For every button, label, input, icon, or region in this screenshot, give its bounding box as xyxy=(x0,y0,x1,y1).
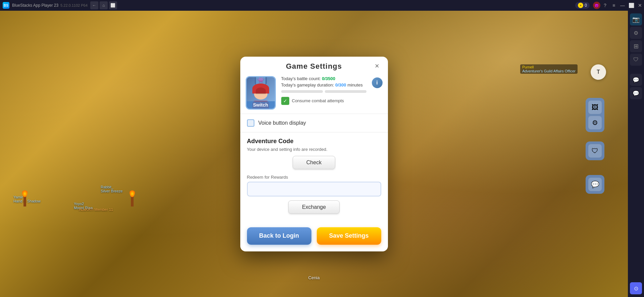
consume-check-icon: ✓ xyxy=(281,97,289,105)
nav-buttons: ← ⌂ ⬜ xyxy=(90,1,117,9)
adventure-title: Adventure Code xyxy=(247,138,381,145)
gameplay-duration-label: Today's gameplay duration: xyxy=(281,82,334,87)
back-nav-button[interactable]: ← xyxy=(90,1,98,9)
modal-footer: Back to Login Save Settings xyxy=(240,222,388,245)
consume-row: ✓ Consume combat attempts xyxy=(281,97,366,105)
exchange-button[interactable]: Exchange xyxy=(288,200,340,214)
coin-count: 0 xyxy=(585,3,587,8)
sidebar-shield-icon[interactable]: 🛡 xyxy=(630,54,642,66)
right-sidebar: 📷 ⚙ ⊞ 🛡 💬 💬 ⊙ xyxy=(628,11,644,297)
gameplay-duration-unit: minutes xyxy=(347,82,363,87)
avatar-mask xyxy=(256,87,266,94)
sidebar-chat1-icon[interactable]: 💬 xyxy=(630,74,642,86)
battle-count-row: Today's battle count: 0/3500 xyxy=(281,76,366,81)
app-title: BlueStacks App Player 23 xyxy=(12,3,58,8)
bluestacks-logo: BS xyxy=(3,2,9,9)
voice-label: Voice button display xyxy=(258,120,306,126)
adventure-desc: Your device and setting info are recorde… xyxy=(247,147,381,152)
coin-icon: ● xyxy=(578,3,583,8)
tabs-nav-button[interactable]: ⬜ xyxy=(109,1,117,9)
modal-header: Game Settings × xyxy=(240,57,388,73)
progress-bars xyxy=(281,90,366,93)
sidebar-screenshot-icon[interactable]: 📷 xyxy=(630,13,642,25)
consume-label: Consume combat attempts xyxy=(292,98,344,103)
progress-bar-2 xyxy=(325,90,366,93)
check-button[interactable]: Check xyxy=(293,156,335,169)
home-nav-button[interactable]: ⌂ xyxy=(100,1,108,9)
sidebar-chat2-icon[interactable]: 💬 xyxy=(630,87,642,99)
coin-display: ● 0 xyxy=(575,2,590,9)
switch-info: Today's battle count: 0/3500 Today's gam… xyxy=(281,76,366,105)
help-button[interactable]: ? xyxy=(601,1,609,9)
battle-count-value: 0/3500 xyxy=(322,76,335,81)
sidebar-settings-icon[interactable]: ⚙ xyxy=(630,27,642,39)
info-button[interactable]: i xyxy=(372,77,383,88)
minimize-button[interactable]: — xyxy=(618,1,627,9)
back-to-login-button[interactable]: Back to Login xyxy=(247,227,311,245)
game-settings-modal: Game Settings × 👾 xyxy=(240,57,388,251)
sidebar-macro-icon[interactable]: ⊞ xyxy=(630,40,642,52)
progress-bar-1 xyxy=(281,90,323,93)
modal-overlay: Game Settings × 👾 xyxy=(0,11,628,297)
gameplay-duration-row: Today's gameplay duration: 0/300 minutes xyxy=(281,82,366,87)
profile-button[interactable]: 😈 xyxy=(593,2,600,9)
titlebar: BS BlueStacks App Player 23 5.22.0.1102 … xyxy=(0,0,644,11)
app-subtitle: 5.22.0.1102 P64 xyxy=(60,3,88,7)
voice-checkbox[interactable] xyxy=(247,119,254,127)
modal-title: Game Settings xyxy=(286,62,342,70)
sidebar-discord-icon[interactable]: ⊙ xyxy=(630,282,642,294)
titlebar-controls: ● 0 😈 ? ≡ — ⬜ ✕ xyxy=(575,1,644,9)
redeem-input[interactable] xyxy=(247,182,381,196)
switch-section: 👾 Switch Today's battle coun xyxy=(240,73,388,114)
voice-section: Voice button display xyxy=(240,114,388,132)
redeem-label: Redeem for Rewards xyxy=(247,175,381,180)
gameplay-duration-value: 0/300 xyxy=(335,82,346,87)
close-button[interactable]: ✕ xyxy=(636,1,644,9)
modal-close-button[interactable]: × xyxy=(372,61,383,71)
menu-button[interactable]: ≡ xyxy=(610,1,618,9)
battle-count-label: Today's battle count: xyxy=(281,76,321,81)
character-avatar[interactable]: 👾 Switch xyxy=(246,76,276,110)
switch-label: Switch xyxy=(247,101,275,109)
adventure-section: Adventure Code Your device and setting i… xyxy=(240,132,388,219)
avatar-head xyxy=(254,86,267,100)
save-settings-button[interactable]: Save Settings xyxy=(317,227,381,245)
restore-button[interactable]: ⬜ xyxy=(627,1,635,9)
